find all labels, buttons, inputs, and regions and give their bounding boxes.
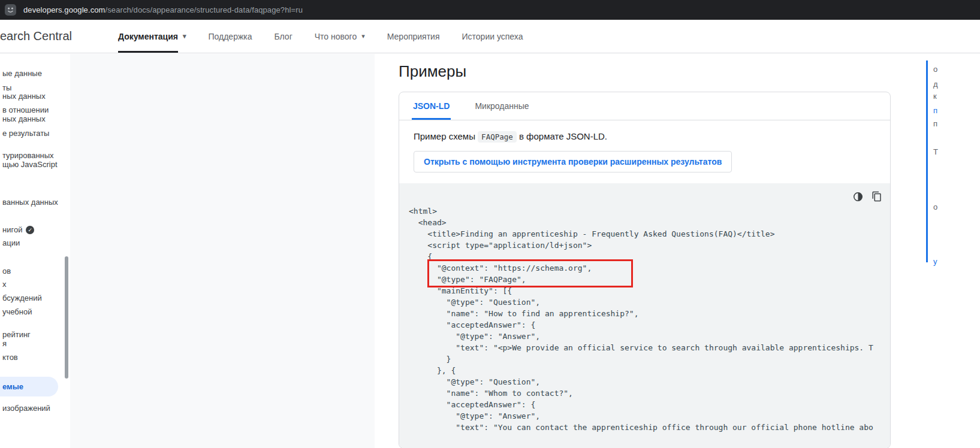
intro-text: Пример схемы FAQPage в формате JSON-LD. [414,130,876,143]
sidebar-item-label: ных данных [2,92,46,101]
open-rich-results-test-button[interactable]: Открыть с помощью инструмента проверки р… [414,151,732,172]
sidebar-item-label: ов [2,267,11,276]
browser-url-bar[interactable]: developers.google.com/search/docs/appear… [0,0,980,20]
sidebar-item[interactable]: ые данные [0,69,42,78]
nav-item-2[interactable]: Поддержка [208,20,252,53]
code-line: "text": "You can contact the apprentices… [409,422,890,433]
left-nav: ые данныетыных данныхв отношенииных данн… [0,54,70,448]
intro-suffix: в формате JSON-LD. [519,131,607,141]
sidebar-item-label: изображений [2,404,50,413]
sidebar-item-label: е результаты [2,129,49,138]
nav-item-label: Поддержка [208,20,252,53]
toc-item[interactable]: о [933,65,937,74]
code-line: "@type": "Answer", [409,331,890,342]
code-line: "@type": "FAQPage", [409,274,890,285]
toc-item[interactable]: у [933,257,937,266]
sidebar-item-label: рейтинг [2,330,31,339]
body: ые данныетыных данныхв отношенииных данн… [0,54,980,448]
nav-item-1[interactable]: Документация▾ [118,20,186,53]
sidebar-item[interactable]: бсуждений [0,293,42,302]
code-line: <head> [409,217,890,228]
sidebar-item-label: емые [2,382,23,391]
sidebar-item-label: х [2,280,7,289]
examples-card: JSON-LDМикроданные Пример схемы FAQPage … [399,92,891,448]
nav-item-6[interactable]: Истории успеха [462,20,523,53]
sidebar-item[interactable]: ных данных [0,114,46,123]
nav-item-label: Что нового [315,20,357,53]
page: developers.google.com/search/docs/appear… [0,0,980,448]
chevron-down-icon: ▾ [361,32,365,40]
url-path: /search/docs/appearance/structured-data/… [105,5,303,14]
sidebar-item[interactable]: ных данных [0,92,46,101]
nav-item-5[interactable]: Мероприятия [387,20,440,53]
toc-item[interactable]: о [933,202,937,211]
main-content: Примеры JSON-LDМикроданные Пример схемы … [375,54,923,448]
nav-item-label: Документация [118,20,178,53]
toc-item[interactable]: п [933,106,937,115]
toc-item[interactable]: п [933,119,937,128]
card-body: Пример схемы FAQPage в формате JSON-LD. … [399,120,890,183]
sidebar-item[interactable]: щью JavaScript [0,160,58,169]
code-line: "@type": "Question", [409,376,890,388]
code-line: "acceptedAnswer": { [409,399,890,410]
nav-item-4[interactable]: Что нового▾ [315,20,365,53]
site-header: earch Central Документация▾ПоддержкаБлог… [0,20,980,53]
nav-item-3[interactable]: Блог [275,20,293,53]
copy-code-icon[interactable] [872,191,883,202]
content-gutter [70,54,375,448]
dark-code-toggle-icon[interactable] [852,191,864,202]
code-line: <script type="application/ld+json"> [409,240,890,251]
code-line: <title>Finding an apprenticeship - Frequ… [409,228,890,240]
intro-prefix: Пример схемы [414,131,475,141]
brand-logo[interactable]: earch Central [0,29,118,43]
sidebar-item-label: ктов [2,353,18,362]
sidebar-item[interactable]: изображений [0,404,50,413]
browser-tab-icon [4,4,17,16]
code-sample[interactable]: <html> <head> <title>Finding an apprenti… [399,205,890,433]
sidebar-item[interactable]: ты [0,83,11,92]
sidebar-item-label: я [2,339,7,348]
sidebar-item-label: учебной [2,307,32,316]
sidebar-item[interactable]: х [0,280,7,289]
sidebar-item[interactable]: рейтинг [0,330,31,339]
sidebar-item-label: ые данные [2,69,42,78]
code-line: "@type": "Answer", [409,410,890,422]
code-line: <html> [409,205,890,217]
sidebar-item-label: ванных данных [2,198,58,207]
code-block: <html> <head> <title>Finding an apprenti… [399,183,890,448]
sidebar-item[interactable]: я [0,339,7,348]
tab-json-ld[interactable]: JSON-LD [412,92,451,120]
sidebar-item[interactable]: ов [0,267,11,276]
sidebar-item[interactable]: нигой✓ [0,225,34,234]
sidebar-item[interactable]: ванных данных [0,198,58,207]
code-line: } [409,353,890,365]
sidebar-item-label: ты [2,83,11,92]
sidebar-item[interactable]: учебной [0,307,32,316]
code-line: "name": "Whom to contact?", [409,388,890,399]
url-text: developers.google.com/search/docs/appear… [23,5,303,14]
sidebar-item[interactable]: ации [0,238,20,247]
sidebar-item[interactable]: в отношении [0,105,49,114]
code-line: "name": "How to find an apprenticeship?"… [409,308,890,319]
code-line: { [409,251,890,262]
inline-code-chip: FAQPage [478,131,517,143]
sidebar-item[interactable]: е результаты [0,129,49,138]
sidebar-scrollbar[interactable] [65,256,68,379]
toc-item[interactable]: к [933,92,937,101]
toc-item[interactable]: д [933,80,938,89]
toc-item[interactable]: Т [933,147,938,156]
code-line: }, { [409,365,890,376]
sidebar-item-label: нигой [2,225,22,234]
nav-item-label: Истории успеха [462,20,523,53]
sidebar-item-label: турированных [2,151,54,160]
sidebar-item[interactable]: турированных [0,151,54,160]
sidebar-item-label: ных данных [2,114,46,123]
code-line: "mainEntity": [{ [409,285,890,296]
sidebar-item[interactable]: ктов [0,353,18,362]
code-line: "@context": "https://schema.org", [409,262,890,274]
code-line: "text": "<p>We provide an official servi… [409,342,890,353]
tab-микроданные[interactable]: Микроданные [474,92,530,120]
sidebar-item-selected[interactable]: емые [0,377,58,396]
code-format-tabs: JSON-LDМикроданные [399,92,890,120]
nav-item-label: Блог [275,20,293,53]
